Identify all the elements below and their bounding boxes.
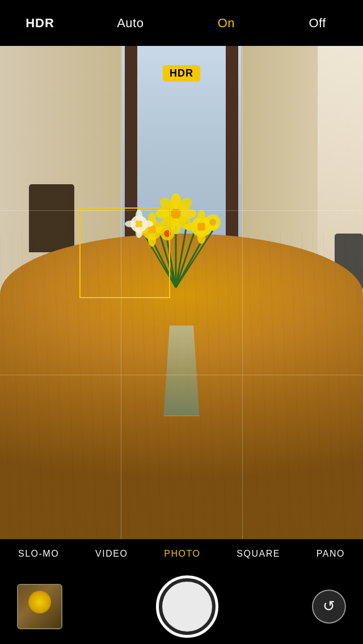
hdr-bar: HDR Auto On Off xyxy=(0,0,363,46)
hdr-title: HDR xyxy=(26,16,54,31)
svg-point-29 xyxy=(184,223,198,231)
hdr-option-off[interactable]: Off xyxy=(297,10,337,36)
svg-point-35 xyxy=(125,221,136,227)
hdr-option-auto[interactable]: Auto xyxy=(105,10,155,36)
svg-point-33 xyxy=(136,210,142,221)
svg-point-36 xyxy=(142,221,153,227)
thumbnail-flowers xyxy=(28,591,51,613)
thumbnail-preview xyxy=(18,585,61,628)
mode-photo[interactable]: PHOTO xyxy=(158,544,206,564)
svg-point-40 xyxy=(209,219,216,226)
mode-video[interactable]: VIDEO xyxy=(90,544,133,564)
hdr-option-on[interactable]: On xyxy=(206,10,246,36)
svg-point-27 xyxy=(197,210,205,223)
shutter-button[interactable] xyxy=(156,575,218,638)
flip-camera-button[interactable]: ↺ xyxy=(312,590,346,624)
camera-viewfinder[interactable] xyxy=(0,46,363,539)
svg-point-26 xyxy=(197,222,206,231)
svg-point-28 xyxy=(197,230,205,244)
mode-slo-mo[interactable]: SLO-MO xyxy=(12,544,65,564)
mode-selector-bar: SLO-MO VIDEO PHOTO SQUARE PANO xyxy=(0,539,363,569)
svg-point-38 xyxy=(164,230,171,237)
photo-thumbnail[interactable] xyxy=(17,584,62,629)
flowers xyxy=(108,180,244,293)
camera-scene xyxy=(0,46,363,539)
svg-point-34 xyxy=(136,227,142,238)
mode-square[interactable]: SQUARE xyxy=(231,544,286,564)
svg-point-22 xyxy=(148,233,156,247)
shutter-inner-circle xyxy=(162,582,212,632)
camera-controls: ↺ xyxy=(0,569,363,644)
hdr-viewfinder-badge: HDR xyxy=(163,65,200,82)
svg-point-32 xyxy=(135,220,143,228)
mode-pano[interactable]: PANO xyxy=(311,544,351,564)
flip-camera-icon: ↺ xyxy=(323,598,335,615)
